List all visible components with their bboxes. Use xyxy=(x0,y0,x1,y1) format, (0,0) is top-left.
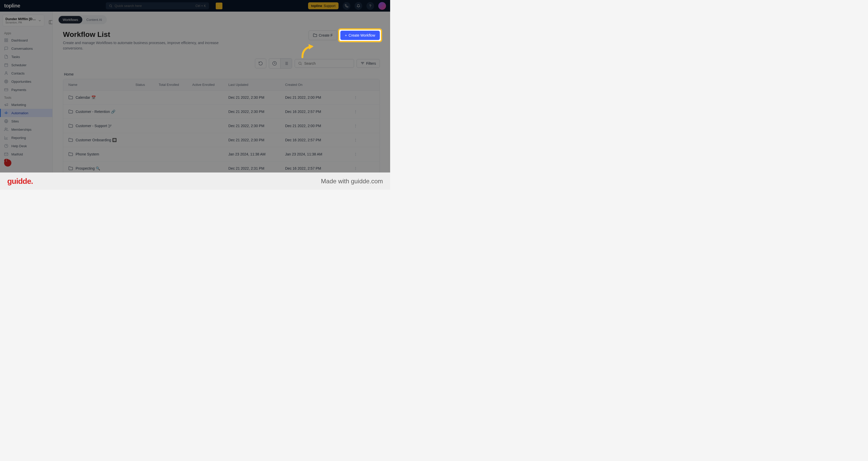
sidebar-item-scheduler[interactable]: Scheduler xyxy=(0,61,52,69)
breadcrumb[interactable]: Home xyxy=(63,71,380,79)
logo: topline xyxy=(4,3,20,9)
svg-point-14 xyxy=(5,128,6,129)
main-content: WorkflowsContent AI Workflow List Create… xyxy=(53,11,390,190)
tab-workflows[interactable]: Workflows xyxy=(59,16,82,24)
sidebar-item-sites[interactable]: Sites xyxy=(0,117,52,125)
org-location: Scranton, PA xyxy=(5,21,36,24)
row-created: Dec 16 2022, 2:57 PM xyxy=(285,138,342,142)
sidebar-item-label: Dashboard xyxy=(11,38,28,42)
row-created: Jan 23 2024, 11:38 AM xyxy=(285,152,342,156)
row-created: Dec 21 2022, 2:00 PM xyxy=(285,95,342,100)
sidebar-item-payments[interactable]: Payments xyxy=(0,86,52,94)
grid-icon xyxy=(4,38,9,42)
column-header: Status xyxy=(135,83,159,87)
workflow-table: NameStatusTotal EnrolledActive EnrolledL… xyxy=(63,79,380,175)
svg-rect-3 xyxy=(6,39,8,40)
sidebar-item-automation[interactable]: Automation xyxy=(0,109,52,117)
svg-rect-5 xyxy=(5,40,6,42)
list-view[interactable] xyxy=(280,59,292,68)
row-name: Customer Onboarding 🔲 xyxy=(75,138,117,142)
sidebar-item-dashboard[interactable]: Dashboard xyxy=(0,36,52,44)
guidde-logo: guidde. xyxy=(7,177,33,186)
table-row[interactable]: Calendar 📅Dec 21 2022, 2:30 PMDec 21 202… xyxy=(63,91,379,105)
sidebar-item-opportunities[interactable]: Opportunities xyxy=(0,77,52,86)
sidebar-item-conversations[interactable]: Conversations xyxy=(0,44,52,53)
chat-icon xyxy=(4,46,9,51)
table-row[interactable]: Customer - Support 🕊Dec 21 2022, 2:30 PM… xyxy=(63,119,379,133)
support-button[interactable]: topline Support xyxy=(308,2,339,9)
sidebar-item-contacts[interactable]: Contacts xyxy=(0,69,52,77)
row-menu-icon[interactable]: ⋮ xyxy=(342,166,358,170)
create-folder-button[interactable]: Create F xyxy=(309,30,337,40)
page-title: Workflow List xyxy=(63,30,233,39)
org-name: Dunder Mifflin [D… xyxy=(5,17,36,21)
users-icon xyxy=(4,127,9,131)
sidebar-item-tasks[interactable]: Tasks xyxy=(0,53,52,61)
card-icon xyxy=(4,88,9,92)
bolt-button[interactable]: ⚡ xyxy=(216,3,222,9)
clock-view[interactable] xyxy=(269,59,280,68)
table-row[interactable]: Customer - Retention 🔗Dec 21 2022, 2:30 … xyxy=(63,105,379,119)
tab-content-ai[interactable]: Content AI xyxy=(82,16,106,24)
row-menu-icon[interactable]: ⋮ xyxy=(342,152,358,156)
sidebar-item-reporting[interactable]: Reporting xyxy=(0,134,52,142)
filter-icon xyxy=(361,61,365,65)
row-created: Dec 16 2022, 2:57 PM xyxy=(285,109,342,114)
folder-icon xyxy=(68,95,73,100)
page-description: Create and manage Workflows to automate … xyxy=(63,40,233,51)
sidebar-item-label: Tasks xyxy=(11,55,20,59)
chart-icon xyxy=(4,136,9,140)
megaphone-icon xyxy=(4,103,9,107)
svg-point-0 xyxy=(110,5,112,7)
create-workflow-button[interactable]: + Create Workflow xyxy=(340,31,380,40)
avatar[interactable] xyxy=(378,2,386,10)
help-icon[interactable]: ? xyxy=(366,2,374,10)
row-name: Calendar 📅 xyxy=(75,95,96,100)
sidebar: Dunder Mifflin [D… Scranton, PA Apps Das… xyxy=(0,11,53,190)
row-menu-icon[interactable]: ⋮ xyxy=(342,124,358,128)
svg-rect-4 xyxy=(6,40,8,42)
panel-toggle-icon[interactable] xyxy=(49,20,53,25)
column-header: Active Enrolled xyxy=(192,83,228,87)
search-input[interactable] xyxy=(115,4,193,8)
folder-icon xyxy=(68,138,73,142)
sidebar-item-memberships[interactable]: Memberships xyxy=(0,125,52,134)
svg-point-9 xyxy=(5,80,7,83)
row-updated: Dec 21 2022, 2:30 PM xyxy=(228,138,285,142)
target-icon xyxy=(4,79,9,84)
sidebar-tools-header: Tools xyxy=(0,94,52,101)
sidebar-item-label: Conversations xyxy=(11,47,33,51)
row-menu-icon[interactable]: ⋮ xyxy=(342,138,358,142)
bell-icon[interactable] xyxy=(354,2,362,10)
row-menu-icon[interactable]: ⋮ xyxy=(342,109,358,114)
table-search-input[interactable] xyxy=(304,61,351,65)
row-updated: Dec 21 2022, 2:31 PM xyxy=(228,166,285,170)
folder-icon xyxy=(68,109,73,114)
svg-point-10 xyxy=(6,81,7,82)
phone-icon[interactable] xyxy=(343,2,350,10)
column-header: Name xyxy=(68,83,135,87)
table-row[interactable]: Phone SystemJan 23 2024, 11:38 AMJan 23 … xyxy=(63,147,379,161)
row-menu-icon[interactable]: ⋮ xyxy=(342,95,358,100)
globe-icon xyxy=(4,119,9,123)
sidebar-item-help-desk[interactable]: Help Desk xyxy=(0,142,52,150)
row-name: Phone System xyxy=(75,152,99,156)
sidebar-item-marketing[interactable]: Marketing xyxy=(0,101,52,109)
chevron-down-icon xyxy=(38,19,41,23)
org-selector[interactable]: Dunder Mifflin [D… Scranton, PA xyxy=(3,15,44,26)
folder-icon xyxy=(313,33,317,37)
gear-icon xyxy=(4,111,9,115)
global-search[interactable]: Ctrl + K xyxy=(106,2,209,9)
row-updated: Dec 21 2022, 2:30 PM xyxy=(228,124,285,128)
filters-button[interactable]: Filters xyxy=(356,59,380,68)
recent-button[interactable] xyxy=(255,59,266,68)
help-icon xyxy=(4,144,9,148)
kbd-hint: Ctrl + K xyxy=(195,4,206,8)
folder-icon xyxy=(68,124,73,128)
sidebar-item-mailfold[interactable]: Mailfold xyxy=(0,150,52,158)
sidebar-item-label: Help Desk xyxy=(11,144,27,148)
sidebar-item-label: Contacts xyxy=(11,71,25,75)
row-name: Customer - Support 🕊 xyxy=(75,124,112,128)
view-toggle xyxy=(269,58,292,69)
table-row[interactable]: Customer Onboarding 🔲Dec 21 2022, 2:30 P… xyxy=(63,133,379,147)
